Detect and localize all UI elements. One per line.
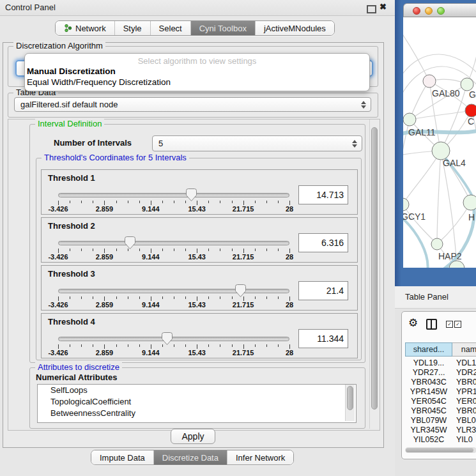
tab-label: Infer Network bbox=[236, 453, 285, 463]
split-column-icon[interactable] bbox=[426, 319, 437, 330]
slider-tick-label: 15.43 bbox=[188, 205, 206, 213]
threshold-value-field[interactable]: 6.316 bbox=[298, 233, 348, 252]
minimize-traffic-light-icon[interactable] bbox=[425, 7, 433, 15]
cell-name: YLR3 bbox=[456, 426, 476, 434]
checkbox-icon[interactable]: ✓ bbox=[446, 321, 453, 328]
close-traffic-light-icon[interactable] bbox=[413, 7, 420, 15]
gear-icon[interactable]: ⚙ bbox=[408, 318, 418, 328]
slider-tick bbox=[139, 201, 140, 203]
threshold-slider-thumb[interactable] bbox=[185, 188, 197, 202]
threshold-value-field[interactable]: 11.344 bbox=[298, 329, 348, 348]
network-edge-highlighted[interactable] bbox=[403, 215, 428, 268]
attributes-listbox: SelfLoopsTopologicalCoefficientBetweenne… bbox=[37, 384, 357, 423]
threshold-panel: Threshold 4-3.4262.8599.14415.4321.71528… bbox=[41, 313, 358, 358]
cell-shared-name: YDL19... bbox=[405, 358, 452, 367]
attribute-list-item[interactable]: TopologicalCoefficient bbox=[38, 396, 356, 408]
slider-tick-label: 21.715 bbox=[233, 253, 254, 261]
slider-tick bbox=[174, 249, 174, 251]
slider-tick bbox=[255, 296, 256, 299]
tab-select[interactable]: Select bbox=[151, 21, 191, 35]
popup-option[interactable]: Manual Discretization bbox=[25, 66, 369, 77]
table-row[interactable]: YBR043CYBR0 bbox=[405, 378, 476, 387]
network-graph[interactable]: GAL80GAGAL11GAL4GCY1HHAP2C bbox=[403, 17, 476, 268]
table-panel-title: Table Panel bbox=[405, 292, 449, 302]
network-edge[interactable] bbox=[403, 151, 441, 204]
cell-shared-name: YIL052C bbox=[405, 435, 452, 443]
threshold-value-field[interactable]: 14.713 bbox=[298, 185, 348, 204]
column-header-shared-name[interactable]: shared... bbox=[405, 342, 452, 357]
settings-scrollbar[interactable] bbox=[369, 119, 380, 429]
table-row[interactable]: YDL19...YDL1 bbox=[405, 358, 476, 368]
table-row[interactable]: YIL052CYIL0 bbox=[405, 435, 476, 443]
threshold-slider-track[interactable] bbox=[58, 337, 289, 341]
tab-label: Cyni Toolbox bbox=[199, 24, 247, 33]
threshold-slider-track[interactable] bbox=[58, 241, 289, 245]
zoom-traffic-light-icon[interactable] bbox=[437, 7, 445, 15]
network-node-h[interactable] bbox=[463, 195, 476, 210]
table-data-combo[interactable]: galFiltered.sif default node bbox=[14, 97, 371, 112]
network-edge[interactable] bbox=[437, 151, 441, 244]
slider-tick-label: 15.43 bbox=[188, 349, 206, 357]
threshold-slider-thumb[interactable] bbox=[234, 284, 247, 298]
slider-tick-label: 9.144 bbox=[142, 301, 160, 309]
threshold-slider-track[interactable] bbox=[58, 289, 289, 293]
table-row[interactable]: YBR045CYBR0 bbox=[405, 406, 476, 416]
popup-option[interactable]: Equal Width/Frequency Discretization bbox=[25, 77, 369, 88]
tab-network[interactable]: Network bbox=[56, 21, 115, 35]
slider-tick-label: 9.144 bbox=[142, 205, 160, 213]
table-horizontal-scrollbar[interactable] bbox=[405, 447, 476, 453]
slider-tick bbox=[70, 201, 70, 203]
network-edge[interactable] bbox=[410, 111, 472, 119]
network-window-titlebar[interactable] bbox=[403, 3, 476, 17]
threshold-panel: Threshold 1-3.4262.8599.14415.4321.71528… bbox=[41, 169, 358, 215]
table-row[interactable]: YLR345WYLR3 bbox=[405, 426, 476, 435]
table-row[interactable]: YDR27...YDR2 bbox=[405, 368, 476, 378]
threshold-panel: Threshold 3-3.4262.8599.14415.4321.71528… bbox=[41, 265, 358, 311]
network-node-gal80[interactable] bbox=[423, 75, 436, 88]
slider-tick bbox=[208, 344, 209, 347]
attribute-list-item[interactable]: SelfLoops bbox=[38, 385, 356, 396]
network-edge[interactable] bbox=[437, 203, 471, 244]
tab-label: Style bbox=[123, 24, 142, 33]
tab-jactivemnodules[interactable]: jActiveMNodules bbox=[256, 21, 334, 35]
checkbox-icon[interactable]: ✓ bbox=[454, 321, 461, 328]
column-header-name[interactable]: name bbox=[452, 342, 476, 357]
slider-tick bbox=[197, 249, 197, 253]
threshold-value-field[interactable]: 21.4 bbox=[298, 281, 348, 300]
table-row[interactable]: YER054CYER0 bbox=[405, 397, 476, 406]
network-node-gcy1[interactable] bbox=[403, 198, 409, 211]
network-node-gal11[interactable] bbox=[403, 113, 416, 126]
slider-tick-label: 9.144 bbox=[142, 349, 160, 357]
threshold-slider-thumb[interactable] bbox=[161, 332, 173, 346]
table-row[interactable]: YBL079WYBL0 bbox=[405, 416, 476, 426]
slider-tick bbox=[174, 296, 174, 299]
num-intervals-combo[interactable]: 5 bbox=[152, 135, 362, 151]
float-icon[interactable] bbox=[367, 5, 376, 13]
node-label: H bbox=[468, 212, 475, 222]
network-node[interactable] bbox=[465, 104, 476, 117]
attribute-list-item[interactable]: BetweennessCentrality bbox=[38, 408, 356, 419]
slider-tick bbox=[162, 249, 163, 251]
bottom-tab-impute-data[interactable]: Impute Data bbox=[91, 450, 154, 464]
cell-shared-name: YLR345W bbox=[405, 426, 452, 434]
bottom-tab-infer-network[interactable]: Infer Network bbox=[227, 450, 293, 464]
tab-cyni-toolbox[interactable]: Cyni Toolbox bbox=[191, 21, 256, 35]
threshold-slider-track[interactable] bbox=[58, 193, 289, 197]
tab-style[interactable]: Style bbox=[115, 21, 151, 35]
slider-tick-label: 15.43 bbox=[188, 253, 206, 261]
close-icon[interactable]: ✖ bbox=[380, 2, 387, 12]
slider-tick bbox=[278, 344, 279, 347]
apply-button[interactable]: Apply bbox=[171, 429, 215, 444]
tab-label: Network bbox=[75, 24, 106, 33]
network-node-ga[interactable] bbox=[461, 78, 473, 91]
network-node-gal4[interactable] bbox=[432, 142, 450, 160]
slider-tick bbox=[104, 201, 105, 205]
network-canvas[interactable]: GAL80GAGAL11GAL4GCY1HHAP2C bbox=[403, 17, 476, 268]
network-node-hap2[interactable] bbox=[431, 238, 443, 250]
cell-name: YPR1 bbox=[456, 387, 476, 396]
bottom-tab-discretize-data[interactable]: Discretize Data bbox=[154, 450, 227, 464]
threshold-slider-thumb[interactable] bbox=[124, 236, 136, 250]
table-row[interactable]: YPR145WYPR1 bbox=[405, 387, 476, 397]
slider-tick bbox=[151, 249, 151, 253]
attributes-list-scrollbar[interactable] bbox=[345, 385, 355, 421]
